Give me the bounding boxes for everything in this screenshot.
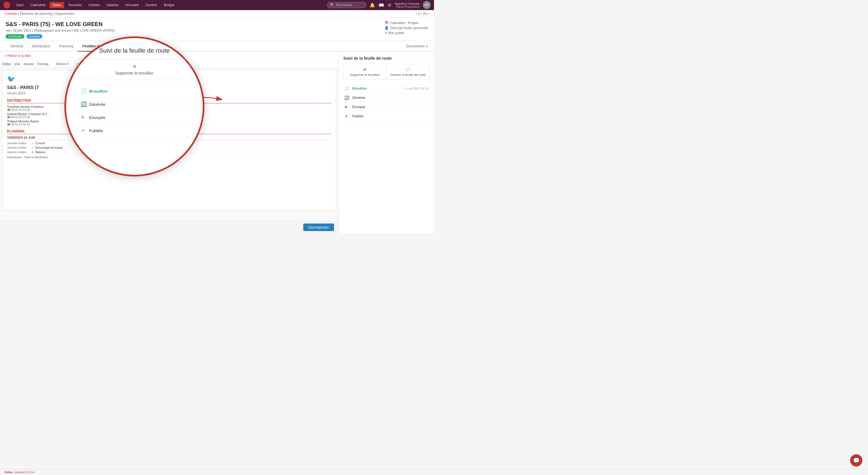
delete-draft-label: Supprimer le brouillon	[350, 73, 380, 77]
event-type-1: Journée entière	[7, 142, 29, 145]
nav-tournees[interactable]: Tournées	[65, 2, 85, 8]
editor-footer: Sauvegarder	[0, 221, 339, 233]
cast-name-3: Thibaut Monnier	[7, 120, 29, 123]
nav-annuaire[interactable]: Annuaire	[122, 2, 142, 8]
user-company: Parrot Productions	[395, 5, 420, 8]
generate-button[interactable]: 📄 Générer la feuille de route	[387, 64, 430, 79]
page-right-meta: 📅 Calendrier : Projets 👤 Géré par Aude L…	[384, 21, 428, 35]
event-name-3: Balance	[36, 151, 45, 154]
modal-status-brouillon[interactable]: 📄 Brouillon	[79, 85, 190, 98]
modal-status-publiee[interactable]: ↗ Publiée	[79, 124, 190, 137]
book-icon[interactable]: 📖	[378, 2, 384, 8]
tab-planning[interactable]: Planning	[55, 41, 78, 52]
settings-icon[interactable]: ⚙	[388, 2, 392, 8]
breadcrumb-opportunites: Opportunités	[55, 12, 74, 16]
status-list: 📄 Brouillon 2 mai 2023 16:19 🔄 Générée ✈…	[343, 84, 430, 121]
main-content: « Retour à la liste Editer Voir Insérer …	[0, 52, 434, 233]
generate-label: Générer la feuille de route	[390, 73, 426, 77]
chevron-down-icon: ▾	[67, 62, 69, 65]
nav-gestion[interactable]: Gestion	[143, 2, 160, 8]
person-icon: 👤	[384, 26, 389, 30]
save-button[interactable]: Sauvegarder	[303, 224, 334, 231]
modal-status-envoyee[interactable]: ✈ Envoyée	[79, 111, 190, 124]
app-logo[interactable]	[3, 2, 10, 8]
modal-icon-brouillon: 📄	[81, 88, 89, 94]
tab-documents[interactable]: Documents ∨	[406, 44, 428, 48]
event-icon-2: ♪	[32, 146, 33, 149]
font-name: Roboto	[56, 62, 66, 65]
top-navigation: Suivi Calendrier Dates Tournées Artistes…	[0, 0, 434, 10]
status-publiee: ↗ Publiée	[343, 112, 430, 121]
breadcrumb-bar: Contrats | Éléments de planning | Opport…	[0, 10, 434, 18]
user-avatar[interactable]: AF	[423, 1, 431, 9]
cast-name-1: Timothée Becker	[7, 105, 30, 109]
badge-cession: Cession	[27, 34, 42, 39]
status-label-publiee: Publiée	[352, 114, 428, 118]
status-label-envoyee: Envoyée	[352, 105, 428, 109]
tabs-bar: Général Distribution Planning Feuilles d…	[0, 41, 434, 52]
breadcrumb-contrats[interactable]: Contrats	[4, 12, 17, 16]
nav-suivi[interactable]: Suivi	[13, 2, 26, 8]
right-panel-title: Suivi de la feuille de route	[343, 56, 430, 60]
nav-dates[interactable]: Dates	[50, 2, 64, 8]
page-header: S&S - PARIS (75) - WE LOVE GREEN ven. 16…	[0, 18, 434, 41]
event-type-2: Journée entière	[7, 146, 29, 149]
modal-delete-section[interactable]: ✕ Supprimer le brouillon	[79, 59, 190, 80]
menu-voir[interactable]: Voir	[14, 62, 20, 66]
status-icon-brouillon: 📄	[344, 86, 350, 91]
bell-icon[interactable]: 🔔	[370, 2, 375, 8]
modal-title: Suivi de la feuille de route	[99, 47, 170, 54]
status-icon-generee: 🔄	[344, 95, 350, 100]
breadcrumb: Contrats | Éléments de planning | Opport…	[4, 12, 74, 16]
modal-label-generee: Générée	[89, 102, 105, 107]
menu-inserer[interactable]: Insérer	[24, 62, 34, 66]
right-panel: Suivi de la feuille de route ✕ Supprimer…	[339, 52, 434, 233]
tab-distribution[interactable]: Distribution	[27, 41, 55, 52]
modal-label-envoyee: Envoyée	[89, 115, 105, 120]
nav-artistes[interactable]: Artistes	[86, 2, 102, 8]
page-meta: Confirmée Cession	[6, 34, 384, 39]
cast-role-2: Chanteur et C...	[28, 112, 50, 116]
badge-confirmed: Confirmée	[6, 34, 24, 39]
status-label-brouillon: Brouillon	[352, 87, 405, 90]
nav-budget[interactable]: Budget	[161, 2, 177, 8]
menu-format[interactable]: Format...	[37, 62, 51, 66]
modal-icon-generee: 🔄	[81, 101, 89, 107]
calendar-icon: 📅	[384, 21, 389, 25]
modal-label-brouillon: Brouillon	[89, 89, 107, 93]
delete-draft-button[interactable]: ✕ Supprimer le brouillon	[344, 64, 386, 79]
action-buttons: ✕ Supprimer le brouillon 📄 Générer la fe…	[343, 64, 430, 80]
status-brouillon: 📄 Brouillon 2 mai 2023 16:19	[343, 84, 430, 93]
page-subtitle: ven. 16 juin 2023 | Shakespeare and Soun…	[6, 29, 384, 32]
modal-icon-publiee: ↗	[81, 127, 89, 133]
non-publie: ✕ Non publié	[384, 31, 428, 35]
font-selector[interactable]: Roboto ▾	[54, 61, 70, 67]
modal-status-list: 📄 Brouillon 🔄 Générée ✈ Envoyée ↗ Publié…	[79, 85, 190, 137]
pagination[interactable]: < 2 / 26 >	[415, 12, 430, 16]
event-type-3: Journée entière	[7, 151, 29, 154]
event-icon-3: #	[32, 151, 33, 154]
menu-editer[interactable]: Editer	[2, 62, 11, 66]
user-info: Appoline François Parrot Productions	[395, 2, 420, 8]
cast-role-3: Basse	[30, 120, 39, 123]
modal-icon-envoyee: ✈	[81, 114, 89, 120]
event-name-2: Démontage technique	[35, 146, 63, 149]
calendar-info: 📅 Calendrier : Projets	[384, 21, 428, 25]
modal-delete-x: ✕	[83, 64, 186, 70]
modal-circle[interactable]: Suivi de la feuille de route ✕ Supprimer…	[64, 36, 205, 176]
nav-salaries[interactable]: Salariés	[103, 2, 121, 8]
tab-general[interactable]: Général	[6, 41, 27, 52]
nav-calendrier[interactable]: Calendrier	[27, 2, 49, 8]
search-box[interactable]: 🔍 Recherche	[327, 2, 366, 8]
page-title: S&S - PARIS (75) - WE LOVE GREEN	[6, 21, 384, 27]
search-placeholder: Recherche	[336, 3, 352, 7]
modal-status-generee[interactable]: 🔄 Générée	[79, 98, 190, 111]
manager-label: Géré par Aude Lemonnier	[390, 26, 428, 30]
cast-role-1: Chanteur	[31, 105, 44, 109]
non-publie-label: ✕ Non publié	[384, 31, 404, 35]
event-name-1: Concert	[35, 142, 45, 145]
search-icon: 🔍	[330, 3, 334, 7]
nav-right-section: 🔍 Recherche 🔔 📖 ⚙ Appoline François Parr…	[327, 1, 431, 9]
delete-icon: ✕	[346, 67, 384, 72]
status-date-brouillon: 2 mai 2023 16:19	[405, 87, 428, 90]
